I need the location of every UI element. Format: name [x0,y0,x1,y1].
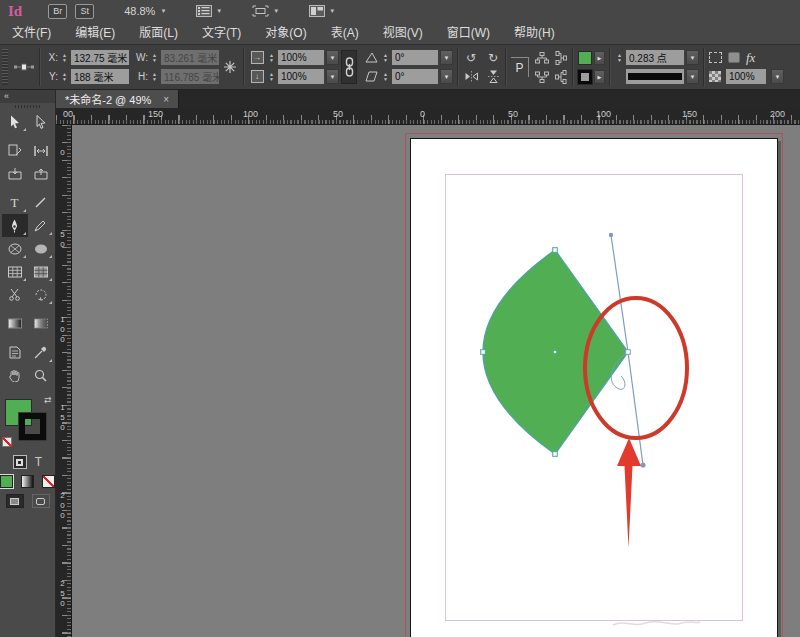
note-tool[interactable] [2,341,28,364]
apply-color-button[interactable] [0,475,13,488]
vertical-grid-tool[interactable] [28,260,54,283]
rotate-ccw-button[interactable]: ↺ [463,50,479,66]
swap-fill-stroke-button[interactable]: ⇄ [44,395,52,405]
stroke-flyout-button[interactable]: ▶ [594,70,605,84]
path-start-point[interactable] [609,233,613,237]
fill-flyout-button[interactable]: ▶ [594,51,605,65]
constrain-proportions-icon[interactable] [223,60,237,74]
height-field[interactable]: 116.785 毫米 [161,69,219,84]
tools-panel-grip[interactable] [0,103,55,110]
line-tool[interactable] [28,191,54,214]
select-container-button[interactable]: P [511,57,529,77]
y-position-field[interactable]: 188 毫米 [71,69,129,84]
rotation-stepper[interactable]: ▲▼ [381,53,390,63]
panel-grip[interactable] [2,49,8,85]
flip-vertical-button[interactable] [485,69,501,85]
formatting-affects-container-button[interactable] [13,455,27,469]
rotation-angle-field[interactable]: 0° [392,50,438,65]
pencil-tool[interactable] [28,214,54,237]
y-stepper[interactable]: ▲▼ [60,72,69,82]
shear-angle-field[interactable]: 0° [392,69,438,84]
direct-selection-tool[interactable] [28,110,54,133]
zoom-tool[interactable] [28,364,54,387]
gradient-feather-tool[interactable] [28,312,54,335]
w-stepper[interactable]: ▲▼ [150,53,159,63]
ellipse-tool[interactable] [28,237,54,260]
gradient-swatch-tool[interactable] [2,312,28,335]
menu-edit[interactable]: 编辑(E) [63,22,127,44]
menu-table[interactable]: 表(A) [319,22,371,44]
flip-horizontal-button[interactable] [463,69,479,85]
menu-view[interactable]: 视图(V) [371,22,435,44]
normal-view-mode-button[interactable] [6,494,24,508]
scale-y-dropdown[interactable]: ▼ [326,69,339,84]
frame-tool[interactable] [2,237,28,260]
shear-angle-dropdown[interactable]: ▼ [440,69,453,84]
opacity-dropdown[interactable]: ▼ [771,69,784,84]
menu-type[interactable]: 文字(T) [190,22,253,44]
eyedropper-tool[interactable] [28,341,54,364]
x-stepper[interactable]: ▲▼ [60,53,69,63]
pen-tool[interactable] [2,214,28,237]
menu-file[interactable]: 文件(F) [0,22,63,44]
rotation-angle-dropdown[interactable]: ▼ [440,50,453,65]
document-tab[interactable]: *未命名-2 @ 49% × [56,90,179,108]
select-content-icon[interactable] [535,71,549,83]
rotate-cw-button[interactable]: ↻ [485,50,501,66]
free-transform-tool[interactable] [28,283,54,306]
gap-tool[interactable] [28,139,54,162]
scale-y-stepper[interactable]: ▲▼ [267,72,276,82]
canvas-pasteboard[interactable] [72,125,800,637]
constrain-scale-link-button[interactable] [341,50,357,84]
stroke-weight-stepper[interactable]: ▲▼ [615,53,624,63]
select-next-object-icon[interactable] [555,51,567,65]
stock-button[interactable]: St [75,4,94,19]
hand-tool[interactable] [2,364,28,387]
menu-object[interactable]: 对象(O) [253,22,318,44]
shear-stepper[interactable]: ▲▼ [381,72,390,82]
stroke-weight-field[interactable]: 0.283 点 [626,50,684,65]
screen-mode-button[interactable]: ▼ [252,5,279,17]
select-previous-object-icon[interactable] [535,52,549,64]
fill-color-swatch[interactable] [578,51,592,65]
bridge-button[interactable]: Br [48,4,67,19]
apply-none-button[interactable] [42,475,55,488]
marching-ants-icon[interactable] [709,52,722,63]
zoom-level-control[interactable]: 48.8% ▼ [124,5,166,17]
stroke-style-dropdown[interactable]: ▼ [686,69,699,84]
select-container-tree-icon[interactable] [555,70,567,84]
corner-options-icon[interactable] [728,52,740,63]
selection-tool[interactable] [2,110,28,133]
horizontal-ruler[interactable]: 00 150 100 50 0 50 100 150 200 [56,108,800,125]
menu-layout[interactable]: 版面(L) [127,22,190,44]
close-icon[interactable]: × [163,94,169,105]
effects-button[interactable]: fx [746,50,755,66]
h-stepper[interactable]: ▲▼ [150,72,159,82]
horizontal-grid-tool[interactable] [2,260,28,283]
type-tool[interactable]: T [2,191,28,214]
stroke-swatch[interactable] [19,413,46,440]
opacity-field[interactable]: 100% [726,69,766,84]
page-tool[interactable] [2,139,28,162]
scale-x-field[interactable]: 100% [278,50,324,65]
scale-x-dropdown[interactable]: ▼ [326,50,339,65]
stroke-style-field[interactable] [626,69,684,84]
menu-help[interactable]: 帮助(H) [502,22,567,44]
content-placer-tool[interactable] [28,162,54,185]
vertical-ruler[interactable]: 0 50 100 150 200 250 [56,125,72,637]
width-field[interactable]: 83.261 毫米 [161,50,219,65]
apply-gradient-button[interactable] [21,475,34,488]
view-options-button[interactable]: ▼ [196,5,222,17]
reference-point-proxy[interactable] [13,58,35,76]
path-end-point[interactable] [640,462,645,467]
x-position-field[interactable]: 132.75 毫米 [71,50,129,65]
tools-panel-collapse[interactable]: « [0,90,55,103]
arrange-documents-button[interactable]: ▼ [309,5,335,17]
stroke-weight-dropdown[interactable]: ▼ [686,50,699,65]
scissors-tool[interactable] [2,283,28,306]
default-fill-stroke-icon[interactable] [2,437,12,447]
preview-mode-button[interactable] [32,494,50,508]
stroke-color-swatch[interactable] [578,70,592,84]
annotation-arrow[interactable] [617,438,641,548]
scale-x-stepper[interactable]: ▲▼ [267,53,276,63]
